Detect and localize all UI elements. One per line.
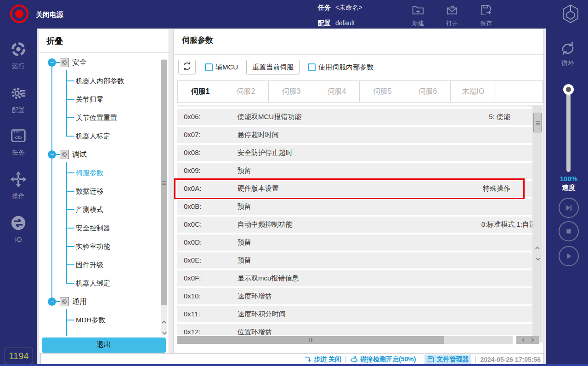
refresh-icon: [182, 62, 192, 73]
table-row[interactable]: 0x0A:硬件版本设置特殊操作: [177, 181, 532, 197]
param-name: 速度环积分时间: [237, 310, 286, 319]
tree-item-safety-controller[interactable]: 安全控制器: [76, 223, 110, 233]
tree-scroll-down-button[interactable]: [161, 329, 167, 336]
table-row[interactable]: 0x12:位置环增益: [177, 324, 532, 335]
tab-end-io[interactable]: 末端IO: [451, 81, 496, 102]
tab-servo-1[interactable]: 伺服1: [178, 81, 223, 102]
table-horizontal-scrollbar[interactable]: [177, 336, 513, 344]
tree-collapse-toggle[interactable]: −: [48, 58, 56, 67]
use-internal-params-label: 使用伺服内部参数: [318, 63, 373, 72]
tree-item-mdh-params[interactable]: MDH参数: [76, 315, 105, 325]
reset-current-servo-button[interactable]: 重置当前伺服: [246, 60, 300, 74]
file-manager-button[interactable]: 文件管理器: [424, 355, 471, 365]
sidebar-item-task[interactable]: </>任务: [0, 127, 37, 157]
tree-connector: [66, 283, 74, 284]
tree-scroll-up-button[interactable]: [161, 319, 167, 326]
collision-detection-status[interactable]: 碰撞检测开启(50%): [350, 355, 416, 364]
param-name: 急停超时时间: [237, 131, 279, 139]
config-label: 配置: [318, 19, 331, 27]
tree-branch-line: [66, 309, 67, 336]
config-icon: [10, 85, 27, 104]
table-row[interactable]: 0x06:使能双MCU报错功能5: 使能: [177, 109, 532, 125]
param-address: 0x09:: [184, 166, 201, 174]
params-table: 0x06:使能双MCU报错功能5: 使能0x07:急停超时时间0x08:安全防护…: [177, 105, 532, 335]
table-row[interactable]: 0x07:急停超时时间: [177, 127, 532, 143]
table-hscroll-buttons[interactable]: [516, 336, 539, 344]
table-row[interactable]: 0x0D:预留: [177, 234, 532, 251]
sidebar-item-run[interactable]: 运行: [0, 40, 37, 70]
table-vertical-scrollbar[interactable]: [532, 105, 543, 343]
tree-collapse-toggle[interactable]: −: [48, 297, 56, 306]
step-forward-button[interactable]: [559, 198, 579, 218]
new-icon: [412, 4, 424, 18]
tree-item-joint-zeroing[interactable]: 关节归零: [76, 94, 103, 104]
param-name: 速度环增益: [237, 292, 272, 301]
table-scroll-up-button[interactable]: [532, 244, 543, 252]
tree-item-firmware-upgrade[interactable]: 固件升级: [76, 260, 103, 270]
tree-item-data-migration[interactable]: 数据迁移: [76, 186, 103, 196]
tree-connector: [66, 80, 74, 81]
tab-servo-5[interactable]: 伺服5: [360, 81, 405, 102]
refresh-button[interactable]: [178, 60, 196, 74]
table-scroll-down-button[interactable]: [532, 254, 543, 263]
table-row[interactable]: 0x11:速度环积分时间: [177, 306, 532, 322]
power-off-icon[interactable]: [10, 5, 28, 23]
aux-mcu-checkbox[interactable]: [205, 63, 213, 71]
tab-servo-3[interactable]: 伺服3: [269, 81, 314, 102]
tree-item-robot-binding[interactable]: 机器人绑定: [76, 278, 110, 288]
tree-item-robot-internal-params[interactable]: 机器人内部参数: [76, 76, 124, 86]
left-sidebar: 1194 运行配置</>任务操作IO: [0, 29, 37, 366]
tree-group-3[interactable]: 通用: [72, 297, 87, 307]
param-value: 特殊操作: [483, 184, 510, 193]
tree-item-production-test-mode[interactable]: 产测模式: [76, 205, 103, 215]
param-address: 0x0A:: [184, 184, 201, 192]
sidebar-item-config[interactable]: 配置: [0, 85, 37, 114]
tree-scrollbar-handle[interactable]: [161, 60, 167, 305]
partial-row: [177, 105, 532, 107]
open-button[interactable]: 打开: [446, 4, 458, 28]
table-row[interactable]: 0x0E:预留: [177, 252, 532, 269]
step-mode-status[interactable]: 步进 关闭: [304, 355, 341, 364]
tree-item-servo-params[interactable]: 伺服参数: [76, 168, 103, 178]
table-vscroll-handle[interactable]: [533, 113, 542, 132]
table-row[interactable]: 0x09:预留: [177, 163, 532, 179]
save-button[interactable]: 保存: [480, 4, 492, 28]
table-row[interactable]: 0x10:速度环增益: [177, 288, 532, 304]
tree-scrollbar[interactable]: [161, 59, 167, 335]
tree-item-robot-calibration[interactable]: 机器人标定: [76, 131, 110, 141]
speed-label: 速度: [546, 183, 588, 192]
param-address: 0x07:: [184, 131, 201, 138]
tree-group-2[interactable]: 调试: [72, 149, 87, 160]
tree-connector: [56, 301, 60, 302]
tree-connector: [66, 117, 74, 118]
sidebar-item-operate[interactable]: 操作: [0, 171, 37, 200]
use-internal-params-checkbox[interactable]: [308, 63, 316, 71]
exit-button[interactable]: 退出: [42, 337, 166, 353]
scroll-left-icon[interactable]: [521, 338, 526, 343]
table-row[interactable]: 0x0F:显示双mcu报错信息: [177, 270, 532, 286]
param-address: 0x10:: [184, 292, 201, 300]
nav-label: 运行: [12, 62, 25, 70]
param-address: 0x12:: [184, 328, 201, 335]
play-button[interactable]: [559, 246, 579, 266]
tree-group-1[interactable]: 安全: [72, 57, 87, 68]
table-row[interactable]: 0x0B:预留: [177, 199, 532, 215]
tree-collapse-toggle[interactable]: −: [48, 150, 56, 159]
tree-item-lab-functions[interactable]: 实验室功能: [76, 241, 110, 252]
new-button[interactable]: 新建: [412, 4, 424, 28]
stop-button[interactable]: [559, 221, 579, 241]
speed-slider-knob[interactable]: [563, 84, 574, 95]
scroll-right-icon[interactable]: [529, 338, 534, 343]
tree-item-joint-position-reset[interactable]: 关节位置重置: [76, 113, 117, 123]
tab-servo-2[interactable]: 伺服2: [223, 81, 269, 102]
cycle-icon[interactable]: [560, 40, 576, 59]
speed-slider-track[interactable]: [566, 89, 571, 172]
table-row[interactable]: 0x0C:自动中频抑制功能0:标准模式 1:自适: [177, 217, 532, 233]
tab-servo-4[interactable]: 伺服4: [314, 81, 360, 102]
speed-percent: 100%: [546, 175, 588, 183]
table-row[interactable]: 0x08:安全防护停止超时: [177, 145, 532, 161]
tab-servo-6[interactable]: 伺服6: [405, 81, 451, 102]
param-address: 0x0B:: [184, 202, 201, 210]
sidebar-item-io[interactable]: IO: [0, 214, 37, 243]
table-hscroll-handle[interactable]: [177, 336, 444, 344]
